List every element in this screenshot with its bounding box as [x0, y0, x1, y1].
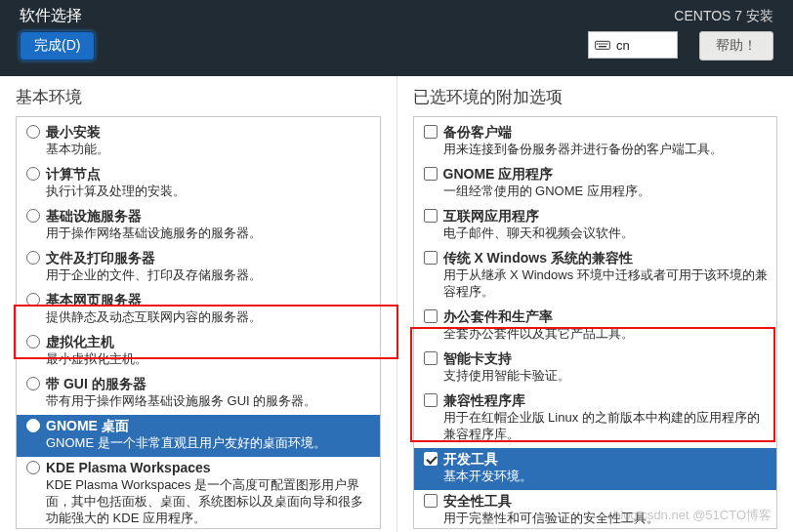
addon-option-internet[interactable]: 互联网应用程序电子邮件、聊天和视频会议软件。	[414, 205, 777, 247]
env-option-compute[interactable]: 计算节点执行计算及处理的安装。	[17, 163, 380, 205]
radio-icon	[26, 335, 44, 367]
addon-option-desc: 支持使用智能卡验证。	[443, 367, 770, 384]
svg-rect-6	[606, 43, 607, 44]
env-option-desc: 带有用于操作网络基础设施服务 GUI 的服务器。	[46, 392, 372, 409]
addon-option-legacyx[interactable]: 传统 X Windows 系统的兼容性用于从继承 X Windows 环境中迁移…	[414, 247, 777, 306]
env-option-title: KDE Plasma Workspaces	[46, 459, 372, 476]
addon-option-desc: 用于完整性和可信验证的安全性工具。	[443, 510, 770, 526]
env-option-title: 带 GUI 的服务器	[46, 375, 372, 392]
addon-option-title: 办公套件和生产率	[443, 307, 770, 325]
env-option-gnome[interactable]: GNOME 桌面GNOME 是一个非常直观且用户友好的桌面环境。	[17, 415, 380, 457]
base-environment-list: 最小安装基本功能。计算节点执行计算及处理的安装。基础设施服务器用于操作网络基础设…	[16, 116, 381, 529]
addon-option-title: 传统 X Windows 系统的兼容性	[443, 249, 770, 266]
keyboard-icon	[595, 38, 610, 52]
radio-icon	[26, 377, 44, 409]
env-option-gui[interactable]: 带 GUI 的服务器带有用于操作网络基础设施服务 GUI 的服务器。	[17, 373, 380, 415]
base-environment-column: 基本环境 最小安装基本功能。计算节点执行计算及处理的安装。基础设施服务器用于操作…	[0, 76, 397, 532]
addon-option-backup[interactable]: 备份客户端用来连接到备份服务器并进行备份的客户端工具。	[414, 121, 777, 163]
env-option-desc: KDE Plasma Workspaces 是一个高度可配置图形用户界面，其中包…	[46, 476, 372, 526]
radio-icon	[26, 251, 44, 283]
env-option-web[interactable]: 基本网页服务器提供静态及动态互联网内容的服务器。	[17, 289, 380, 331]
svg-rect-3	[601, 43, 602, 44]
addon-option-title: 备份客户端	[443, 123, 770, 141]
checkbox-icon	[424, 125, 441, 157]
checkbox-icon	[424, 251, 441, 300]
addon-option-desc: 用于从继承 X Windows 环境中迁移或者可用于该环境的兼容程序。	[443, 266, 770, 300]
env-option-title: 计算节点	[46, 165, 372, 183]
checkbox-icon	[424, 393, 441, 442]
env-option-title: 基础设施服务器	[46, 207, 372, 225]
checkbox-icon	[424, 351, 441, 384]
addon-option-title: 智能卡支持	[443, 349, 770, 367]
svg-rect-2	[599, 43, 600, 44]
addon-option-title: 兼容性程序库	[443, 391, 770, 409]
addon-option-title: 安全性工具	[443, 492, 770, 510]
radio-icon	[26, 125, 44, 157]
addons-title: 已选环境的附加选项	[413, 86, 778, 108]
checkbox-icon	[424, 494, 441, 526]
page-title: 软件选择	[20, 6, 82, 26]
radio-icon	[26, 209, 44, 241]
env-option-virt[interactable]: 虚拟化主机最小虚拟化主机。	[17, 331, 380, 373]
checkbox-icon	[424, 167, 441, 199]
env-option-title: GNOME 桌面	[46, 417, 372, 434]
addon-option-gnomeapp[interactable]: GNOME 应用程序一组经常使用的 GNOME 应用程序。	[414, 163, 777, 205]
addon-option-compat[interactable]: 兼容性程序库用于在红帽企业版 Linux 的之前版本中构建的应用程序的兼容程序库…	[414, 389, 777, 448]
addon-option-title: GNOME 应用程序	[443, 165, 770, 183]
addon-option-desc: 电子邮件、聊天和视频会议软件。	[443, 225, 770, 241]
env-option-title: 文件及打印服务器	[46, 249, 372, 266]
addon-option-desc: 全套办公套件以及其它产品工具。	[443, 325, 770, 342]
env-option-kde[interactable]: KDE Plasma WorkspacesKDE Plasma Workspac…	[17, 457, 380, 529]
addon-option-devtools[interactable]: 开发工具基本开发环境。	[414, 448, 777, 490]
env-option-desc: 用于操作网络基础设施服务的服务器。	[46, 225, 372, 241]
keyboard-layout-code: cn	[616, 38, 630, 53]
addon-option-desc: 用来连接到备份服务器并进行备份的客户端工具。	[443, 141, 770, 157]
addon-option-office[interactable]: 办公套件和生产率全套办公套件以及其它产品工具。	[414, 306, 777, 348]
addons-column: 已选环境的附加选项 备份客户端用来连接到备份服务器并进行备份的客户端工具。GNO…	[397, 76, 794, 532]
base-environment-title: 基本环境	[16, 86, 381, 108]
done-button[interactable]: 完成(D)	[20, 31, 95, 61]
env-option-title: 基本网页服务器	[46, 291, 372, 308]
svg-rect-1	[597, 43, 598, 44]
svg-rect-7	[599, 46, 606, 47]
env-option-title: 虚拟化主机	[46, 333, 372, 350]
env-option-infra[interactable]: 基础设施服务器用于操作网络基础设施服务的服务器。	[17, 205, 380, 247]
env-option-desc: 基本功能。	[46, 141, 372, 157]
env-option-title: 最小安装	[46, 123, 372, 141]
content-columns: 基本环境 最小安装基本功能。计算节点执行计算及处理的安装。基础设施服务器用于操作…	[0, 76, 793, 532]
checkbox-icon	[424, 209, 441, 241]
addon-option-title: 互联网应用程序	[443, 207, 770, 225]
svg-rect-5	[605, 43, 605, 44]
addon-option-desc: 一组经常使用的 GNOME 应用程序。	[443, 183, 770, 199]
addon-option-title: 开发工具	[443, 450, 770, 468]
svg-rect-4	[603, 43, 604, 44]
svg-rect-0	[596, 41, 610, 49]
installer-title: CENTOS 7 安装	[674, 8, 773, 25]
env-option-desc: 执行计算及处理的安装。	[46, 183, 372, 199]
checkbox-icon	[424, 452, 441, 484]
checkbox-icon	[424, 309, 441, 342]
addons-list: 备份客户端用来连接到备份服务器并进行备份的客户端工具。GNOME 应用程序一组经…	[413, 116, 778, 529]
env-option-fileprint[interactable]: 文件及打印服务器用于企业的文件、打印及存储服务器。	[17, 247, 380, 289]
env-option-desc: 用于企业的文件、打印及存储服务器。	[46, 266, 372, 283]
addon-option-desc: 基本开发环境。	[443, 468, 770, 484]
env-option-desc: 提供静态及动态互联网内容的服务器。	[46, 308, 372, 325]
env-option-desc: GNOME 是一个非常直观且用户友好的桌面环境。	[46, 434, 372, 451]
addon-option-desc: 用于在红帽企业版 Linux 的之前版本中构建的应用程序的兼容程序库。	[443, 409, 770, 442]
env-option-minimal[interactable]: 最小安装基本功能。	[17, 121, 380, 163]
radio-icon	[26, 461, 44, 526]
env-option-desc: 最小虚拟化主机。	[46, 350, 372, 367]
radio-icon	[26, 167, 44, 199]
addon-option-security[interactable]: 安全性工具用于完整性和可信验证的安全性工具。	[414, 490, 777, 529]
radio-icon	[26, 293, 44, 325]
addon-option-smart[interactable]: 智能卡支持支持使用智能卡验证。	[414, 348, 777, 389]
installer-header: 软件选择 完成(D) CENTOS 7 安装 cn 帮助！	[0, 0, 793, 76]
keyboard-layout-indicator[interactable]: cn	[588, 31, 678, 59]
help-button[interactable]: 帮助！	[699, 31, 773, 61]
radio-icon	[26, 419, 44, 451]
